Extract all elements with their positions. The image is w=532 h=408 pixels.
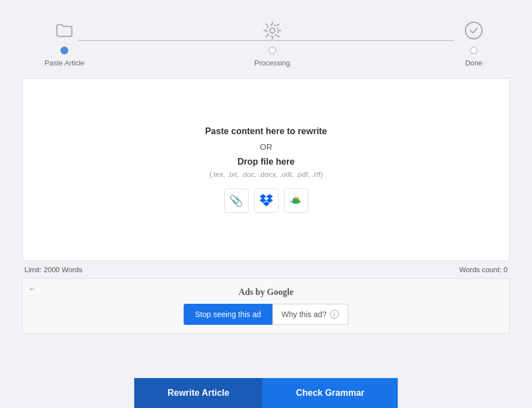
step-processing: Processing (254, 17, 290, 67)
content-drop-area[interactable]: Paste content here to rewrite OR Drop fi… (22, 78, 510, 261)
svg-point-2 (465, 22, 482, 39)
dropbox-button[interactable] (254, 188, 278, 213)
paste-title: Paste content here to rewrite (205, 126, 327, 136)
check-icon (460, 17, 488, 44)
step-dot-processing (268, 47, 276, 54)
gear-icon (259, 17, 286, 44)
svg-point-0 (270, 28, 275, 33)
stepper: Paste Article Processing (11, 17, 521, 67)
ads-by-google: Ads by Google (34, 287, 498, 297)
step-dot-done (470, 47, 478, 54)
info-icon: i (330, 310, 339, 319)
folder-icon (50, 17, 78, 44)
why-ad-text: Why this ad? (282, 310, 327, 319)
google-drive-button[interactable] (284, 188, 308, 213)
word-count-bar: Limit: 2000 Words Words count: 0 (11, 261, 521, 278)
ad-section: ← Ads by Google Stop seeing this ad Why … (22, 278, 510, 334)
step-label-processing: Processing (254, 59, 290, 67)
step-done: Done (460, 17, 488, 67)
paperclip-icon: 📎 (229, 194, 243, 207)
word-limit-label: Limit: 2000 Words (24, 266, 83, 274)
google-drive-icon (290, 193, 302, 208)
bottom-buttons: Rewrite Article Check Grammar (0, 378, 532, 408)
rewrite-article-button[interactable]: Rewrite Article (134, 378, 262, 408)
step-label-paste: Paste Article (44, 59, 84, 67)
main-container: Paste Article Processing (0, 0, 532, 334)
why-ad-button[interactable]: Why this ad? i (272, 304, 348, 325)
step-paste: Paste Article (44, 17, 84, 67)
stop-ad-button[interactable]: Stop seeing this ad (184, 304, 272, 325)
svg-point-1 (266, 25, 278, 37)
ads-by-text: Ads by (239, 287, 265, 297)
drop-title: Drop file here (237, 157, 295, 167)
file-types: (.tex, .txt, .doc, .docx, .odt, .pdf, .r… (209, 170, 322, 178)
file-upload-button[interactable]: 📎 (224, 188, 249, 213)
word-count-label: Words count: 0 (459, 266, 508, 274)
dropbox-icon (260, 193, 273, 209)
upload-icons: 📎 (224, 188, 308, 213)
step-dot-paste (60, 47, 68, 54)
step-label-done: Done (465, 59, 482, 67)
or-text: OR (260, 142, 272, 151)
ad-back-arrow[interactable]: ← (28, 284, 36, 293)
google-text: Google (267, 287, 293, 297)
ad-buttons: Stop seeing this ad Why this ad? i (34, 304, 498, 325)
check-grammar-button[interactable]: Check Grammar (262, 378, 398, 408)
